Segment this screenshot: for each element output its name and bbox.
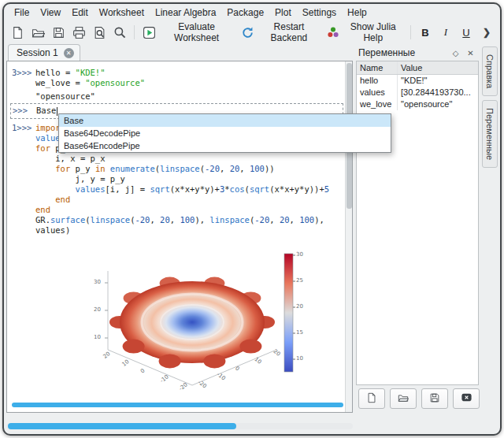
code-line: for p_y in enumerate(linspace(-20, 20, 1… xyxy=(35,164,329,174)
colorbar-tick-label: 15 xyxy=(296,329,303,336)
julia-logo-icon xyxy=(327,26,339,39)
menu-item-worksheet[interactable]: Worksheet xyxy=(94,5,150,20)
code-token: [i, j] = xyxy=(106,184,150,194)
code-token: )) xyxy=(265,164,275,173)
tab-close-icon[interactable]: ✕ xyxy=(64,48,74,58)
menu-bar: FileViewEditWorksheetLinear AlgebraPacka… xyxy=(4,4,500,21)
side-tab-переменные[interactable]: Переменные xyxy=(482,100,498,168)
menu-item-view[interactable]: View xyxy=(35,5,66,20)
code-line: GR.surface(linspace(-20, 20, 100), linsp… xyxy=(35,215,329,225)
column-header-value: Value xyxy=(398,61,478,74)
variables-table: Name Value hello"KDE!"values[30.28441937… xyxy=(356,61,479,385)
find-button[interactable] xyxy=(110,23,129,42)
code-token: 5 xyxy=(324,184,329,194)
code-token: linspace xyxy=(160,164,200,173)
dock-float-icon[interactable]: ◇ xyxy=(450,47,461,59)
variable-row[interactable]: hello"KDE!" xyxy=(357,75,478,87)
save-icon xyxy=(52,26,65,39)
z-axis-tick-label: 30 xyxy=(94,279,101,285)
colorbar-tick-label: 20 xyxy=(296,303,303,310)
scrollbar-handle[interactable] xyxy=(8,423,236,429)
worksheet-entry-3[interactable]: 1>>> import GRvalues = zeros(100, 100)fo… xyxy=(12,123,32,132)
document-magnifier-icon xyxy=(93,26,106,39)
menu-item-plot[interactable]: Plot xyxy=(269,5,297,20)
colorbar-tick-label: 25 xyxy=(296,277,303,284)
completion-item[interactable]: Base xyxy=(59,114,391,127)
completion-item[interactable]: Base64EncodePipe xyxy=(59,139,391,152)
new-document-icon xyxy=(366,392,377,406)
entry-code: hello = "KDE!"we_love = "opensource" xyxy=(35,68,145,88)
side-tab-справка[interactable]: Справка xyxy=(482,46,498,96)
italic-button[interactable]: I xyxy=(436,23,455,42)
entry-prompt: 1>>> xyxy=(12,123,32,132)
menu-item-settings[interactable]: Settings xyxy=(297,5,342,20)
app-window: FileViewEditWorksheetLinear AlgebraPacka… xyxy=(2,2,502,436)
completion-item[interactable]: Base64DecodePipe xyxy=(59,127,391,139)
print-button[interactable] xyxy=(69,23,88,42)
variables-rows: hello"KDE!"values[30.2844193730...we_lov… xyxy=(357,75,478,110)
bold-button[interactable]: B xyxy=(416,23,435,42)
code-token: in xyxy=(95,164,106,173)
entry-prompt: >>> xyxy=(13,106,28,115)
toolbar-overflow-button[interactable]: ❯ xyxy=(477,23,496,42)
text-caret xyxy=(57,107,57,116)
worksheet-horizontal-scrollbar[interactable] xyxy=(12,403,343,407)
bottom-horizontal-scrollbar[interactable] xyxy=(6,423,353,429)
show-julia-help-label: Show Julia Help xyxy=(343,21,402,43)
code-token xyxy=(35,195,55,204)
surface-plot: 302520151030201020100-10-20-20-1001020 xyxy=(78,239,324,397)
open-folder-icon xyxy=(32,26,45,39)
show-julia-help-button[interactable]: Show Julia Help xyxy=(324,23,406,42)
evaluate-worksheet-button[interactable]: Evaluate Worksheet xyxy=(139,23,237,42)
z-axis-tick-label: 10 xyxy=(94,334,101,340)
entry-input-text: Base xyxy=(36,106,56,115)
variables-clear-button[interactable] xyxy=(453,388,480,409)
code-token: , xyxy=(239,164,250,173)
menu-item-package[interactable]: Package xyxy=(221,5,269,20)
code-token: values) xyxy=(35,225,70,235)
code-token: -20 xyxy=(254,215,269,225)
open-button[interactable] xyxy=(28,23,47,42)
variable-row[interactable]: values[30.2844193730... xyxy=(357,87,478,98)
open-folder-icon xyxy=(398,392,409,406)
underline-button[interactable]: U xyxy=(457,23,476,42)
save-icon xyxy=(429,392,440,406)
code-line: values[i, j] = sqrt(x*x+y*y)+3*cos(sqrt(… xyxy=(35,184,329,195)
variable-name: hello xyxy=(357,75,398,87)
variables-table-header: Name Value xyxy=(357,61,478,75)
session-tab-label: Session 1 xyxy=(17,47,58,58)
print-preview-button[interactable] xyxy=(90,23,109,42)
dock-button-bar xyxy=(358,388,480,409)
code-token: GR. xyxy=(35,215,50,225)
save-button[interactable] xyxy=(49,23,68,42)
dock-close-icon[interactable]: ✕ xyxy=(465,47,476,59)
code-token: enumerate xyxy=(110,164,155,173)
code-line: end xyxy=(35,205,329,215)
code-token: 20 xyxy=(280,215,290,225)
variables-new-button[interactable] xyxy=(358,388,385,409)
menu-item-help[interactable]: Help xyxy=(342,5,372,20)
code-token: hello = xyxy=(35,68,76,77)
code-token: linspace xyxy=(91,215,131,225)
code-token: values xyxy=(76,184,106,194)
menu-item-file[interactable]: File xyxy=(9,5,35,20)
menu-item-edit[interactable]: Edit xyxy=(66,5,94,20)
code-token xyxy=(35,164,55,173)
code-line: j, y = p_y xyxy=(35,174,329,184)
code-token: end xyxy=(35,205,50,214)
dock-header: Переменные ◇ ✕ xyxy=(356,45,479,61)
code-token: 20 xyxy=(160,215,170,225)
tab-session-1[interactable]: Session 1 ✕ xyxy=(8,44,80,61)
code-token: ), xyxy=(314,215,324,225)
restart-backend-button[interactable]: Restart Backend xyxy=(238,23,322,42)
code-token: (x*x+y*y))+ xyxy=(269,184,324,194)
menu-item-linear-algebra[interactable]: Linear Algebra xyxy=(150,5,221,20)
variables-open-button[interactable] xyxy=(390,388,417,409)
worksheet-entry-1[interactable]: 3>>> hello = "KDE!"we_love = "opensource… xyxy=(12,68,32,77)
code-token: , xyxy=(269,215,280,225)
code-line: i, x = p_x xyxy=(35,154,329,164)
variable-row[interactable]: we_love"opensource" xyxy=(357,98,478,110)
variables-save-button[interactable] xyxy=(421,388,448,409)
code-token: , xyxy=(290,215,300,225)
new-worksheet-button[interactable] xyxy=(8,23,27,42)
